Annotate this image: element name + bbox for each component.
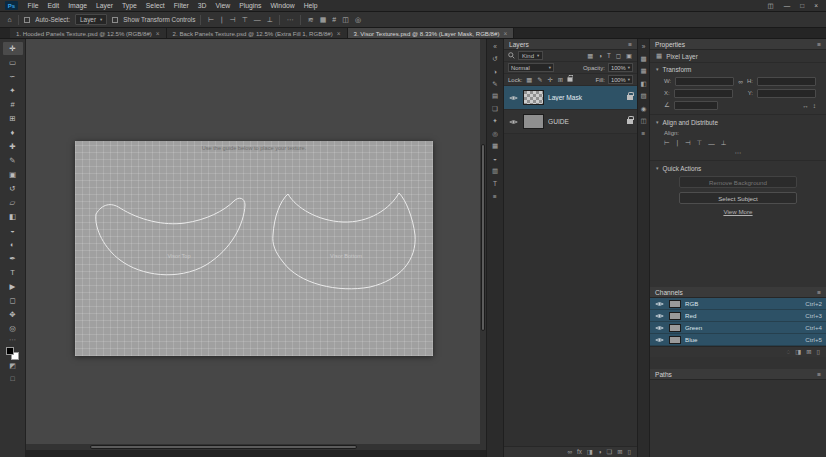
lock-all-icon[interactable] bbox=[568, 77, 573, 81]
filter-kind-dropdown[interactable]: Kind ▾ bbox=[518, 51, 543, 60]
eraser-tool[interactable]: ▱ bbox=[3, 196, 23, 209]
quick-mask-mode-icon[interactable]: ◩ bbox=[3, 360, 23, 372]
align-top-edges-icon[interactable]: ⊤ bbox=[697, 139, 703, 147]
channel-row[interactable]: Green Ctrl+4 bbox=[650, 322, 826, 334]
visibility-eye-icon[interactable] bbox=[508, 95, 519, 101]
panel-menu-icon[interactable]: ≡ bbox=[817, 289, 821, 296]
visibility-eye-icon[interactable] bbox=[508, 119, 519, 125]
align-right-edges-icon[interactable]: ⊣ bbox=[685, 139, 691, 147]
delete-channel-icon[interactable]: ▯ bbox=[817, 347, 820, 357]
history-brush-tool[interactable]: ↺ bbox=[3, 182, 23, 195]
menu-item[interactable]: View bbox=[211, 0, 235, 12]
paths-panel-header[interactable]: Paths ≡ bbox=[650, 369, 826, 380]
filter-adjustment-layers-icon[interactable]: ◑ bbox=[597, 52, 603, 59]
styles-panel-icon[interactable]: ✦ bbox=[489, 116, 501, 126]
channel-row[interactable]: Red Ctrl+3 bbox=[650, 310, 826, 322]
select-subject-button[interactable]: Select Subject bbox=[679, 192, 797, 204]
workspace-switcher-icon[interactable]: ◫ bbox=[768, 0, 774, 12]
adjustment-layer-icon[interactable]: ◑ bbox=[598, 447, 602, 457]
menu-item[interactable]: Window bbox=[266, 0, 299, 12]
menu-item[interactable]: Image bbox=[64, 0, 92, 12]
align-left-edges-icon[interactable]: ⊢ bbox=[206, 16, 215, 24]
menu-item[interactable]: Edit bbox=[43, 0, 64, 12]
tab-close-icon[interactable]: × bbox=[156, 30, 160, 37]
align-section-header[interactable]: ▾ Align and Distribute bbox=[650, 116, 826, 128]
distribute-icon[interactable]: ≋ bbox=[306, 16, 315, 24]
layer-comps-panel-icon[interactable]: ◫ bbox=[638, 116, 650, 126]
close-button[interactable]: × bbox=[814, 0, 818, 12]
menu-item[interactable]: File bbox=[23, 0, 43, 12]
height-field[interactable] bbox=[757, 77, 816, 86]
layer-effects-icon[interactable]: fx bbox=[577, 447, 582, 457]
canvas-viewport[interactable]: Use the guide below to place your textur… bbox=[26, 39, 486, 444]
show-transform-controls-checkbox[interactable] bbox=[112, 17, 118, 23]
shape-tool[interactable]: ◻ bbox=[3, 294, 23, 307]
align-horizontal-centers-icon[interactable]: ∣ bbox=[676, 139, 679, 147]
visibility-eye-icon[interactable] bbox=[654, 337, 665, 343]
layer-row-guide[interactable]: GUIDE bbox=[504, 110, 637, 134]
visibility-eye-icon[interactable] bbox=[654, 301, 665, 307]
quick-actions-section-header[interactable]: ▾ Quick Actions bbox=[650, 162, 826, 174]
object-selection-tool[interactable]: ✦ bbox=[3, 84, 23, 97]
brush-tool[interactable]: ✎ bbox=[3, 154, 23, 167]
clone-stamp-tool[interactable]: ▣ bbox=[3, 168, 23, 181]
move-tool[interactable]: ✛ bbox=[3, 42, 23, 55]
lock-artboard-icon[interactable]: ⊞ bbox=[557, 76, 564, 83]
zoom-tool[interactable]: ◎ bbox=[3, 322, 23, 335]
gradients-panel-icon[interactable]: ◧ bbox=[638, 79, 650, 89]
align-vertical-centers-icon[interactable]: — bbox=[252, 16, 262, 23]
layer-thumbnail[interactable] bbox=[523, 90, 544, 105]
layers-panel-header[interactable]: Layers ≡ bbox=[504, 39, 637, 50]
lock-pixels-icon[interactable]: ✎ bbox=[536, 76, 543, 83]
channel-row[interactable]: Blue Ctrl+5 bbox=[650, 334, 826, 346]
link-dimensions-icon[interactable]: ∞ bbox=[738, 78, 743, 85]
menu-item[interactable]: Type bbox=[118, 0, 142, 12]
opacity-dropdown[interactable]: 100% ▾ bbox=[608, 63, 633, 72]
new-layer-icon[interactable]: ⊞ bbox=[617, 447, 622, 457]
foreground-color-swatch[interactable] bbox=[6, 347, 14, 355]
flip-horizontal-icon[interactable]: ↔ bbox=[802, 102, 809, 109]
align-left-edges-icon[interactable]: ⊢ bbox=[664, 139, 670, 147]
menu-item[interactable]: 3D bbox=[193, 0, 211, 12]
menu-item[interactable]: Plugins bbox=[235, 0, 266, 12]
path-selection-tool[interactable]: ▶ bbox=[3, 280, 23, 293]
x-field[interactable] bbox=[674, 89, 733, 98]
delete-layer-icon[interactable]: ▯ bbox=[628, 447, 631, 457]
flip-vertical-icon[interactable]: ↕ bbox=[813, 102, 816, 109]
more-options-icon[interactable]: ⋯ bbox=[285, 16, 295, 24]
libraries-panel-icon[interactable]: ❏ bbox=[489, 104, 501, 114]
navigator-panel-icon[interactable]: ◎ bbox=[489, 129, 501, 139]
filter-pixel-layers-icon[interactable]: ▦ bbox=[586, 52, 594, 59]
align-more-icon[interactable]: ⋯ bbox=[650, 149, 826, 159]
lock-position-icon[interactable]: ✛ bbox=[547, 76, 554, 83]
align-bottom-edges-icon[interactable]: ⊥ bbox=[721, 139, 727, 147]
layer-row-layer-mask[interactable]: Layer Mask bbox=[504, 86, 637, 110]
patterns-panel-icon[interactable]: ▦ bbox=[489, 141, 501, 151]
tab-close-icon[interactable]: × bbox=[337, 30, 341, 37]
character-panel-icon[interactable]: T bbox=[489, 179, 501, 189]
load-channel-as-selection-icon[interactable]: ◌ bbox=[787, 347, 791, 357]
panel-menu-icon[interactable]: ≡ bbox=[817, 371, 821, 378]
transform-section-header[interactable]: ▾ Transform bbox=[650, 63, 826, 75]
menu-item[interactable]: Select bbox=[141, 0, 169, 12]
auto-select-dropdown[interactable]: Layer ▾ bbox=[75, 14, 107, 25]
blur-tool[interactable]: ◒ bbox=[3, 224, 23, 237]
glyphs-panel-icon[interactable]: ▥ bbox=[489, 166, 501, 176]
menu-item[interactable]: Filter bbox=[169, 0, 193, 12]
edit-toolbar-icon[interactable]: ⋯ bbox=[9, 336, 16, 344]
grid-overlay-icon[interactable]: ▦ bbox=[318, 16, 328, 24]
blend-mode-dropdown[interactable]: Normal ▾ bbox=[508, 63, 554, 72]
fill-dropdown[interactable]: 100% ▾ bbox=[608, 75, 633, 84]
new-channel-icon[interactable]: ⊞ bbox=[806, 347, 811, 357]
dodge-tool[interactable]: ◐ bbox=[3, 238, 23, 251]
patterns-panel-icon[interactable]: ▨ bbox=[638, 91, 650, 101]
type-tool[interactable]: T bbox=[3, 266, 23, 279]
screen-mode-icon[interactable]: □ bbox=[3, 372, 23, 384]
notes-panel-icon[interactable]: ≡ bbox=[638, 129, 650, 139]
comments-panel-icon[interactable]: ◒ bbox=[489, 154, 501, 164]
new-group-icon[interactable]: ❏ bbox=[607, 447, 613, 457]
rotation-field[interactable] bbox=[674, 101, 718, 110]
menu-item[interactable]: Layer bbox=[92, 0, 118, 12]
lasso-tool[interactable]: ∽ bbox=[3, 70, 23, 83]
remove-background-button[interactable]: Remove Background bbox=[679, 176, 797, 188]
